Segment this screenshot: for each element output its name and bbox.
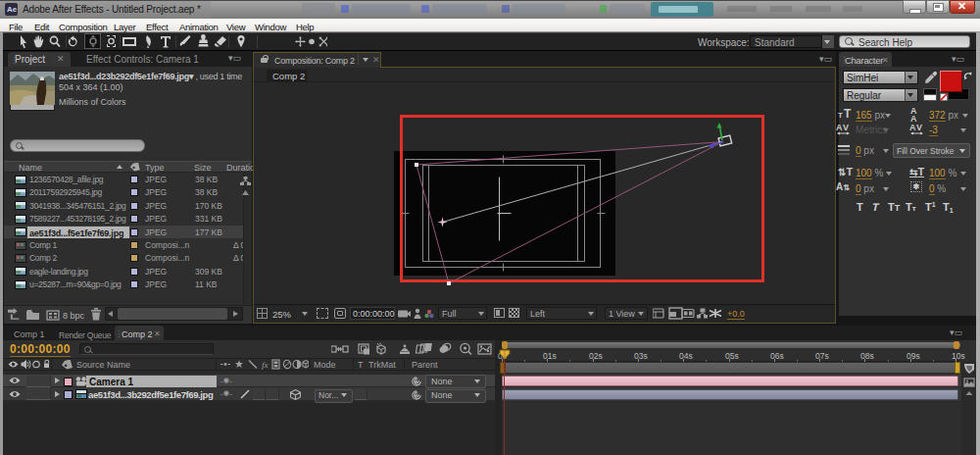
svg-text:A: A	[909, 123, 916, 132]
svg-text:V: V	[916, 123, 922, 132]
svg-text:A: A	[836, 123, 843, 132]
svg-text:A: A	[910, 114, 917, 123]
svg-text:8 bpc: 8 bpc	[63, 311, 85, 321]
svg-text:fx: fx	[262, 360, 269, 370]
svg-text:V: V	[843, 123, 849, 132]
